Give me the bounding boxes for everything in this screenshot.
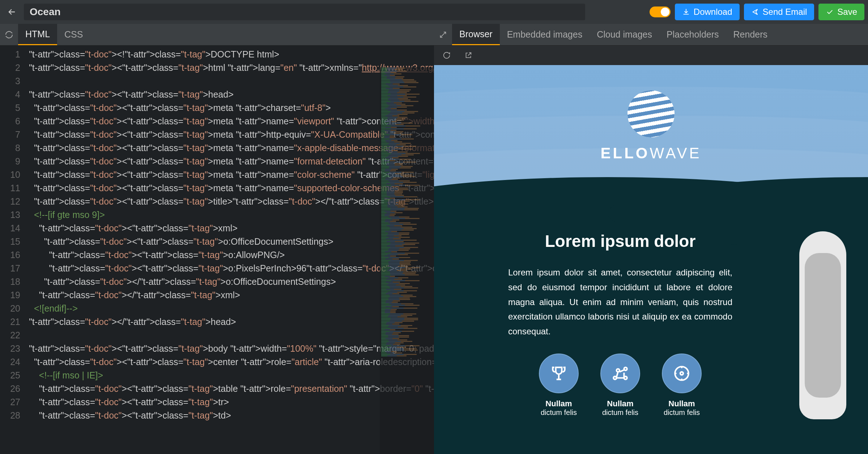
tab-placeholders[interactable]: Placeholders [659, 24, 726, 45]
download-icon [682, 8, 690, 16]
boat-image [792, 231, 854, 419]
reload-preview-button[interactable] [438, 46, 456, 64]
send-email-button[interactable]: Send Email [744, 4, 814, 20]
expand-preview-button[interactable] [434, 26, 452, 44]
download-button[interactable]: Download [675, 4, 740, 20]
check-icon [826, 8, 834, 16]
minimap[interactable] [380, 67, 434, 454]
send-icon [751, 8, 759, 16]
project-title-input[interactable] [24, 4, 585, 20]
code-tabs: HTML CSS [0, 24, 434, 45]
expand-icon [439, 31, 447, 39]
feature-item: Nullam dictum felis [600, 354, 640, 417]
hero-heading: Lorem ipsum dolor [463, 231, 778, 251]
feature-item: Nullam dictum felis [662, 354, 702, 417]
tab-html[interactable]: HTML [18, 24, 57, 45]
hero-body: Lorem ipsum dolor sit amet, consectetur … [508, 265, 732, 339]
open-external-button[interactable] [459, 46, 477, 64]
send-email-label: Send Email [763, 7, 807, 17]
save-button[interactable]: Save [818, 4, 864, 20]
feature-item: Nullam dictum felis [539, 354, 579, 417]
refresh-code-button[interactable] [0, 26, 18, 44]
open-external-icon [464, 51, 472, 59]
theme-toggle[interactable] [650, 7, 671, 17]
brand-logo-icon [627, 90, 675, 137]
brand-name: ELLOWAVE [434, 145, 868, 162]
preview-tabs: Browser Embedded images Cloud images Pla… [434, 24, 868, 45]
svg-point-5 [680, 372, 683, 375]
tab-cloud-images[interactable]: Cloud images [590, 24, 659, 45]
back-button[interactable] [4, 4, 20, 20]
download-label: Download [694, 7, 732, 17]
tab-browser[interactable]: Browser [452, 24, 500, 45]
tab-css[interactable]: CSS [57, 24, 90, 45]
tab-renders[interactable]: Renders [726, 24, 775, 45]
compass-icon [673, 364, 691, 382]
tab-embedded-images[interactable]: Embedded images [500, 24, 590, 45]
network-icon [611, 364, 629, 382]
reload-icon [443, 51, 451, 59]
email-preview: ELLOWAVE Lorem ipsum dolor Lorem ipsum d… [434, 65, 868, 454]
save-label: Save [837, 7, 857, 17]
svg-point-3 [617, 369, 620, 372]
refresh-icon [5, 30, 13, 39]
code-editor[interactable]: 1234567891011121314151617181920212223242… [0, 46, 434, 454]
trophy-icon [550, 364, 568, 382]
svg-point-4 [675, 367, 689, 380]
